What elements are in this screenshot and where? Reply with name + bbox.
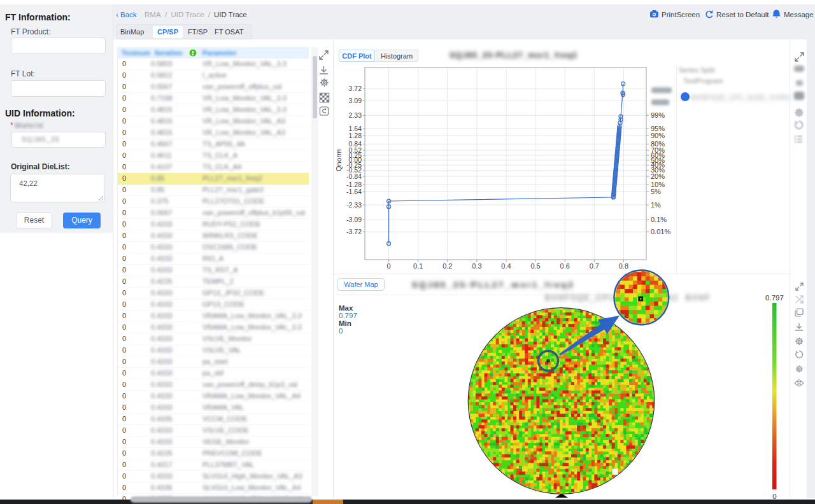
svg-text:0.01%: 0.01% bbox=[651, 228, 670, 235]
svg-text:0: 0 bbox=[387, 262, 391, 270]
svg-text:99%: 99% bbox=[651, 111, 665, 119]
svg-text:-0.84: -0.84 bbox=[346, 172, 362, 180]
svg-text:0.4: 0.4 bbox=[501, 262, 511, 270]
svg-text:3.09: 3.09 bbox=[349, 97, 362, 104]
svg-text:0.7: 0.7 bbox=[590, 262, 599, 270]
svg-text:0.1: 0.1 bbox=[413, 262, 423, 270]
svg-text:0.6: 0.6 bbox=[560, 262, 570, 270]
svg-text:5%: 5% bbox=[651, 188, 661, 195]
svg-text:Qnorm: Qnorm bbox=[335, 149, 343, 171]
svg-text:0.2: 0.2 bbox=[443, 262, 452, 270]
svg-text:1%: 1% bbox=[651, 201, 661, 209]
svg-text:-1.64: -1.64 bbox=[346, 188, 362, 195]
svg-text:-3.09: -3.09 bbox=[346, 216, 362, 223]
svg-text:0.3: 0.3 bbox=[472, 262, 481, 270]
svg-text:3.72: 3.72 bbox=[349, 85, 362, 92]
svg-text:0.8: 0.8 bbox=[619, 262, 628, 270]
svg-text:-2.33: -2.33 bbox=[346, 201, 362, 209]
svg-text:0.5: 0.5 bbox=[530, 262, 540, 270]
svg-text:90%: 90% bbox=[651, 132, 665, 139]
svg-text:0.1%: 0.1% bbox=[651, 216, 667, 223]
svg-text:0.797: 0.797 bbox=[765, 294, 784, 302]
svg-text:20%: 20% bbox=[651, 172, 665, 180]
svg-text:2.33: 2.33 bbox=[349, 111, 362, 119]
svg-text:1.28: 1.28 bbox=[349, 132, 362, 139]
svg-text:-3.72: -3.72 bbox=[346, 228, 362, 235]
